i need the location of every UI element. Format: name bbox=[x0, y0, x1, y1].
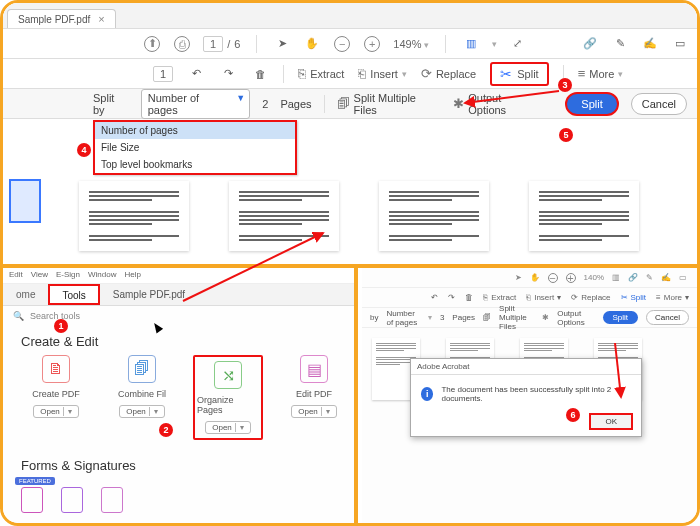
page-value[interactable]: 1 bbox=[153, 66, 173, 82]
split-button[interactable]: ✂ Split bbox=[490, 62, 548, 86]
search-placeholder[interactable]: Search tools bbox=[30, 311, 80, 321]
sign-icon[interactable]: ✍ bbox=[641, 35, 659, 53]
dialog-title: Adobe Acrobat bbox=[411, 359, 641, 375]
split-multiple-button[interactable]: 🗐Split Multiple Files bbox=[337, 92, 442, 116]
more-button[interactable]: ≡More bbox=[578, 66, 624, 81]
hand-icon[interactable]: ✋ bbox=[303, 35, 321, 53]
output-options-button[interactable]: Output Options bbox=[557, 309, 586, 327]
callout-badge: 5 bbox=[559, 128, 573, 142]
zoom-out-icon[interactable]: − bbox=[333, 35, 351, 53]
document-tab-label: Sample PDF.pdf bbox=[18, 14, 90, 25]
insert-button[interactable]: ⎗Insert bbox=[358, 66, 407, 81]
split-run-button[interactable]: Split bbox=[603, 311, 639, 324]
read-mode-icon[interactable]: ⤢ bbox=[509, 35, 527, 53]
zoom-in-icon[interactable]: + bbox=[363, 35, 381, 53]
tab-document[interactable]: Sample PDF.pdf bbox=[100, 284, 198, 305]
panel-tools: Edit View E-Sign Window Help ome Tools S… bbox=[3, 268, 358, 523]
split-mode-dropdown[interactable]: Number of pages File Size Top level book… bbox=[93, 120, 297, 175]
prepare-form-icon[interactable] bbox=[101, 487, 123, 513]
ok-button[interactable]: OK bbox=[589, 413, 633, 430]
organize-pages-icon: ⤭ bbox=[214, 361, 242, 389]
splitby-label: Split by bbox=[93, 92, 129, 116]
stamp-icon[interactable]: ▭ bbox=[679, 273, 687, 282]
page-thumbnail[interactable] bbox=[529, 181, 639, 251]
dropdown-option[interactable]: Number of pages bbox=[95, 122, 295, 139]
dropdown-option[interactable]: File Size bbox=[95, 139, 295, 156]
open-button[interactable]: Open▾ bbox=[291, 405, 337, 418]
share-link-icon[interactable]: 🔗 bbox=[581, 35, 599, 53]
open-button[interactable]: Open▾ bbox=[33, 405, 79, 418]
split-multiple-button[interactable]: Split Multiple Files bbox=[499, 304, 534, 331]
panel-acrobat-split: Sample PDF.pdf × ⬆ ⎙ 1 / 6 ➤ ✋ − + 149% … bbox=[3, 3, 697, 264]
delete-icon[interactable]: 🗑 bbox=[465, 293, 473, 302]
zoom-out-icon[interactable]: − bbox=[548, 273, 558, 283]
page-thumbnail[interactable] bbox=[229, 181, 339, 251]
chevron-down-icon: ▼ bbox=[236, 93, 245, 103]
page-navigator: 1 / 6 bbox=[203, 36, 240, 52]
extract-button[interactable]: ⎘ Extract bbox=[483, 293, 516, 302]
open-button[interactable]: Open▾ bbox=[119, 405, 165, 418]
split-mode-select[interactable]: Number of pages bbox=[386, 309, 419, 327]
split-button[interactable]: ✂ Split bbox=[621, 293, 647, 302]
replace-button[interactable]: ⟳ Replace bbox=[571, 293, 610, 302]
sign-icon[interactable]: ✍ bbox=[661, 273, 671, 282]
cancel-button[interactable]: Cancel bbox=[631, 93, 687, 115]
tile-request-signatures[interactable]: FEATURED bbox=[21, 487, 43, 513]
page-current[interactable]: 1 bbox=[203, 36, 223, 52]
callout-badge: 3 bbox=[558, 78, 572, 92]
app-menu-bar: Edit View E-Sign Window Help bbox=[3, 268, 354, 284]
delete-icon[interactable]: 🗑 bbox=[251, 65, 269, 83]
page-thumbnails bbox=[3, 171, 697, 264]
menu-item[interactable]: Window bbox=[88, 270, 116, 281]
output-options-button[interactable]: ✱Output Options bbox=[453, 92, 541, 116]
page-thumbnail[interactable] bbox=[79, 181, 189, 251]
document-tab[interactable]: Sample PDF.pdf × bbox=[7, 9, 116, 28]
save-icon[interactable]: ⬆ bbox=[143, 35, 161, 53]
zoom-level[interactable]: 149% bbox=[393, 38, 429, 50]
highlight-pen-icon[interactable]: ✎ bbox=[646, 273, 653, 282]
tile-edit-pdf[interactable]: ▤ Edit PDF Open▾ bbox=[279, 355, 349, 440]
tab-home[interactable]: ome bbox=[3, 284, 48, 305]
menu-item[interactable]: Help bbox=[124, 270, 140, 281]
tile-organize-pages[interactable]: ⤭ Organize Pages Open▾ bbox=[193, 355, 263, 440]
pages-label: Pages bbox=[280, 98, 311, 110]
open-button[interactable]: Open▾ bbox=[205, 421, 251, 434]
rotate-ccw-icon[interactable]: ↶ bbox=[187, 65, 205, 83]
split-run-button[interactable]: Split bbox=[565, 92, 618, 116]
callout-badge: 1 bbox=[54, 319, 68, 333]
document-tab-bar: Sample PDF.pdf × bbox=[3, 3, 697, 29]
menu-item[interactable]: Edit bbox=[9, 270, 23, 281]
page-display-icon[interactable]: ▥ bbox=[462, 35, 480, 53]
hand-icon[interactable]: ✋ bbox=[530, 273, 540, 282]
zoom-in-icon[interactable]: + bbox=[566, 273, 576, 283]
split-count[interactable]: 2 bbox=[262, 98, 268, 110]
pointer-icon[interactable]: ➤ bbox=[273, 35, 291, 53]
rotate-cw-icon[interactable]: ↷ bbox=[219, 65, 237, 83]
dialog-message: The document has been successfully split… bbox=[441, 385, 631, 403]
page-display-icon[interactable]: ▥ bbox=[612, 273, 620, 282]
cancel-button[interactable]: Cancel bbox=[646, 310, 689, 325]
fill-sign-icon[interactable] bbox=[61, 487, 83, 513]
zoom-level[interactable]: 140% bbox=[584, 273, 604, 282]
highlight-pen-icon[interactable]: ✎ bbox=[611, 35, 629, 53]
insert-button[interactable]: ⎗ Insert ▾ bbox=[526, 293, 561, 302]
rotate-ccw-icon[interactable]: ↶ bbox=[431, 293, 438, 302]
extract-button[interactable]: ⎘Extract bbox=[298, 66, 344, 81]
share-link-icon[interactable]: 🔗 bbox=[628, 273, 638, 282]
rotate-cw-icon[interactable]: ↷ bbox=[448, 293, 455, 302]
callout-badge: 4 bbox=[77, 143, 91, 157]
close-icon[interactable]: × bbox=[98, 13, 104, 25]
split-mode-select[interactable]: Number of pages ▼ bbox=[141, 89, 251, 119]
more-button[interactable]: ≡ More ▾ bbox=[656, 293, 689, 302]
stamp-icon[interactable]: ▭ bbox=[671, 35, 689, 53]
pointer-icon[interactable]: ➤ bbox=[515, 273, 522, 282]
split-count[interactable]: 3 bbox=[440, 313, 444, 322]
print-icon[interactable]: ⎙ bbox=[173, 35, 191, 53]
page-thumbnail[interactable] bbox=[379, 181, 489, 251]
tab-tools[interactable]: Tools bbox=[48, 284, 99, 305]
replace-button[interactable]: ⟳Replace bbox=[421, 66, 476, 81]
menu-item[interactable]: E-Sign bbox=[56, 270, 80, 281]
menu-item[interactable]: View bbox=[31, 270, 48, 281]
organize-toolbar: 1 ↶ ↷ 🗑 ⎘Extract ⎗Insert ⟳Replace ✂ Spli… bbox=[3, 59, 697, 89]
tile-create-pdf[interactable]: 🗎 Create PDF Open▾ bbox=[21, 355, 91, 440]
